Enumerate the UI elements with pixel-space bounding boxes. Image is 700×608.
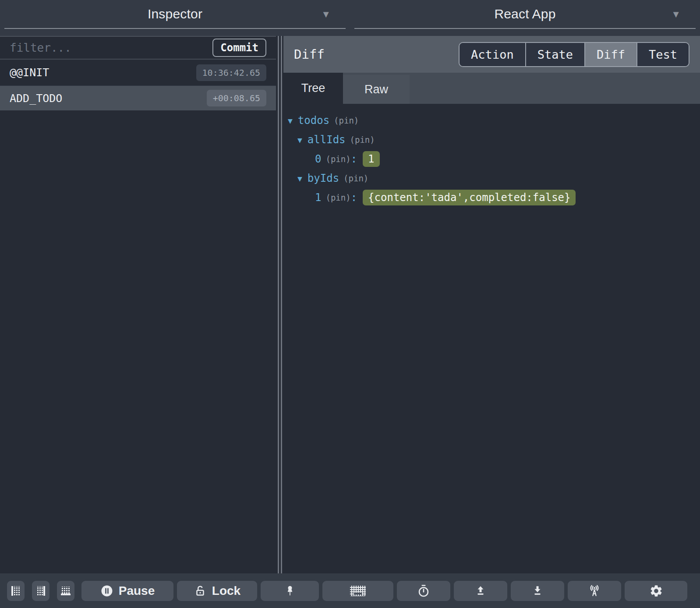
tree-row: 1 (pin): {content:'tada',completed:false… [283,188,700,207]
tab-action[interactable]: Action [460,43,525,66]
tree-key[interactable]: byIds [308,172,339,184]
tree-row: ▼ allIds (pin) [283,130,700,149]
pin-link[interactable]: (pin) [325,154,350,164]
dock-bottom-icon [61,587,71,595]
dock-bottom-button[interactable] [57,581,74,601]
monitor-select[interactable]: Inspector ▼ [0,0,350,36]
value-badge: 1 [363,151,379,167]
preview-header: Diff Action State Diff Test [283,36,700,73]
upload-button[interactable] [454,581,507,601]
monitor-select-label: Inspector [148,7,202,29]
settings-button[interactable] [625,581,687,601]
divider [4,28,346,29]
broadcast-icon [587,584,601,598]
main-area: Commit @@INIT 10:36:42.65 ADD_TODO +00:0… [0,36,700,573]
dock-left-button[interactable] [7,581,25,601]
subtab-bar: Tree Raw [283,73,700,104]
expander-icon[interactable]: ▼ [297,174,302,183]
tree-key[interactable]: 1 [315,191,321,204]
lock-button[interactable]: Lock [177,581,257,601]
gear-icon [649,584,663,598]
action-list-panel: Commit @@INIT 10:36:42.65 ADD_TODO +00:0… [0,36,276,573]
diff-tree: ▼ todos (pin) ▼ allIds (pin) 0 (pin): 1 … [283,104,700,573]
instance-select[interactable]: React App ▼ [350,0,700,36]
broadcast-button[interactable] [568,581,621,601]
expander-icon[interactable]: ▼ [297,135,302,145]
action-preview-panel: Diff Action State Diff Test Tree Raw ▼ t… [283,36,700,573]
pin-button[interactable] [261,581,319,601]
preview-title: Diff [294,47,325,62]
upload-icon [474,584,487,597]
stopwatch-icon [417,584,431,598]
filter-input[interactable] [10,41,212,54]
pause-icon [100,584,113,597]
pin-link[interactable]: (pin) [325,193,350,202]
tab-state[interactable]: State [525,43,584,66]
dock-right-icon [36,586,45,596]
tab-test[interactable]: Test [636,43,689,66]
bottom-toolbar: Pause Lock [0,573,700,608]
action-time-badge: 10:36:42.65 [196,64,266,81]
colon: : [351,153,357,165]
commit-button[interactable]: Commit [212,39,266,57]
tab-diff[interactable]: Diff [584,43,636,66]
lock-label: Lock [212,584,240,598]
tree-key[interactable]: 0 [315,153,321,165]
lock-icon [194,584,207,597]
tree-row: ▼ todos (pin) [283,111,700,130]
filter-row: Commit [0,37,276,60]
download-icon [531,584,544,597]
dock-left-icon [11,586,20,596]
pause-label: Pause [119,584,155,598]
keyboard-button[interactable] [322,581,393,601]
subtab-tree[interactable]: Tree [283,73,343,104]
stopwatch-button[interactable] [397,581,450,601]
colon: : [351,191,357,204]
tree-row: 0 (pin): 1 [283,149,700,169]
caret-down-icon: ▼ [671,9,681,20]
tree-key[interactable]: allIds [308,134,346,146]
instance-select-label: React App [494,7,555,29]
pushpin-icon [283,584,297,597]
dock-right-button[interactable] [32,581,49,601]
value-badge: {content:'tada',completed:false} [363,190,576,205]
action-time-badge: +00:08.65 [207,90,266,106]
caret-down-icon: ▼ [321,9,331,20]
action-row[interactable]: ADD_TODO +00:08.65 [0,86,276,110]
action-row[interactable]: @@INIT 10:36:42.65 [0,60,276,86]
download-button[interactable] [511,581,564,601]
action-name: ADD_TODO [10,92,62,105]
titlebar: Inspector ▼ React App ▼ [0,0,700,36]
panel-resizer[interactable] [276,36,283,573]
action-name: @@INIT [10,66,49,79]
subtab-raw[interactable]: Raw [343,75,410,104]
divider [354,28,696,29]
pin-link[interactable]: (pin) [334,116,359,125]
preview-tabset: Action State Diff Test [459,42,689,67]
tree-key[interactable]: todos [298,114,329,127]
pause-button[interactable]: Pause [81,581,173,601]
pin-link[interactable]: (pin) [343,173,368,183]
expander-icon[interactable]: ▼ [288,116,293,125]
tree-row: ▼ byIds (pin) [283,169,700,188]
pin-link[interactable]: (pin) [350,135,375,145]
keyboard-icon [350,586,366,596]
